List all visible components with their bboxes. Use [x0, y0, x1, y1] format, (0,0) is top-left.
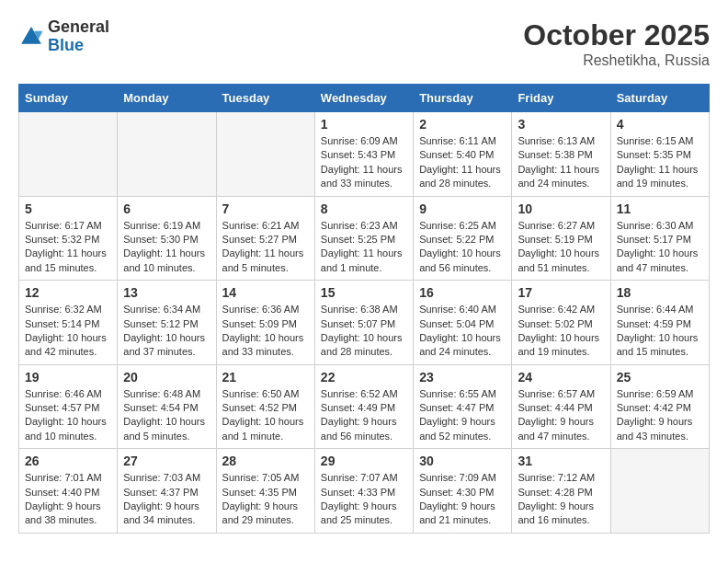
calendar-cell: 5Sunrise: 6:17 AM Sunset: 5:32 PM Daylig…: [19, 196, 118, 281]
calendar-cell: 11Sunrise: 6:30 AM Sunset: 5:17 PM Dayli…: [610, 196, 709, 281]
day-info: Sunrise: 6:25 AM Sunset: 5:22 PM Dayligh…: [419, 219, 506, 276]
day-info: Sunrise: 7:09 AM Sunset: 4:30 PM Dayligh…: [419, 471, 506, 528]
calendar-cell: 24Sunrise: 6:57 AM Sunset: 4:44 PM Dayli…: [512, 364, 610, 449]
day-info: Sunrise: 6:09 AM Sunset: 5:43 PM Dayligh…: [321, 134, 407, 191]
day-number: 2: [419, 117, 506, 132]
day-number: 28: [222, 454, 309, 468]
calendar-cell: [19, 112, 118, 197]
day-info: Sunrise: 6:27 AM Sunset: 5:19 PM Dayligh…: [518, 219, 604, 276]
day-number: 12: [25, 285, 111, 300]
logo-icon: [18, 24, 44, 50]
calendar-week-5: 26Sunrise: 7:01 AM Sunset: 4:40 PM Dayli…: [19, 449, 710, 534]
calendar-cell: 23Sunrise: 6:55 AM Sunset: 4:47 PM Dayli…: [414, 364, 512, 449]
day-number: 7: [222, 201, 309, 216]
calendar-cell: 14Sunrise: 6:36 AM Sunset: 5:09 PM Dayli…: [216, 281, 314, 365]
day-number: 29: [321, 454, 407, 468]
day-number: 26: [25, 454, 111, 468]
calendar-cell: 19Sunrise: 6:46 AM Sunset: 4:57 PM Dayli…: [19, 364, 118, 449]
calendar-week-4: 19Sunrise: 6:46 AM Sunset: 4:57 PM Dayli…: [19, 364, 710, 449]
calendar-header: Sunday Monday Tuesday Wednesday Thursday…: [19, 85, 710, 112]
day-info: Sunrise: 6:44 AM Sunset: 4:59 PM Dayligh…: [617, 303, 703, 360]
day-info: Sunrise: 6:36 AM Sunset: 5:09 PM Dayligh…: [222, 303, 309, 360]
calendar-cell: 30Sunrise: 7:09 AM Sunset: 4:30 PM Dayli…: [414, 449, 512, 534]
calendar-body: 1Sunrise: 6:09 AM Sunset: 5:43 PM Daylig…: [19, 112, 710, 534]
calendar-week-3: 12Sunrise: 6:32 AM Sunset: 5:14 PM Dayli…: [19, 281, 710, 365]
day-number: 19: [25, 370, 111, 385]
calendar-cell: 21Sunrise: 6:50 AM Sunset: 4:52 PM Dayli…: [216, 364, 314, 449]
calendar-cell: 28Sunrise: 7:05 AM Sunset: 4:35 PM Dayli…: [216, 449, 314, 534]
day-number: 14: [222, 285, 309, 300]
month-title: October 2025: [523, 18, 710, 52]
location: Reshetikha, Russia: [523, 52, 710, 69]
calendar-cell: 6Sunrise: 6:19 AM Sunset: 5:30 PM Daylig…: [118, 196, 216, 281]
day-number: 13: [123, 285, 210, 300]
col-thursday: Thursday: [414, 85, 512, 112]
calendar-cell: 20Sunrise: 6:48 AM Sunset: 4:54 PM Dayli…: [118, 364, 216, 449]
calendar-cell: 31Sunrise: 7:12 AM Sunset: 4:28 PM Dayli…: [512, 449, 610, 534]
calendar-cell: 12Sunrise: 6:32 AM Sunset: 5:14 PM Dayli…: [19, 281, 118, 365]
day-info: Sunrise: 6:32 AM Sunset: 5:14 PM Dayligh…: [25, 303, 111, 360]
day-number: 22: [321, 370, 407, 385]
day-info: Sunrise: 6:34 AM Sunset: 5:12 PM Dayligh…: [123, 303, 210, 360]
day-info: Sunrise: 6:15 AM Sunset: 5:35 PM Dayligh…: [617, 134, 703, 191]
col-tuesday: Tuesday: [216, 85, 314, 112]
calendar-cell: 16Sunrise: 6:40 AM Sunset: 5:04 PM Dayli…: [414, 281, 512, 365]
day-info: Sunrise: 7:05 AM Sunset: 4:35 PM Dayligh…: [222, 471, 309, 528]
day-number: 1: [321, 117, 407, 132]
day-number: 21: [222, 370, 309, 385]
day-number: 11: [617, 201, 703, 216]
calendar-week-1: 1Sunrise: 6:09 AM Sunset: 5:43 PM Daylig…: [19, 112, 710, 197]
day-info: Sunrise: 6:19 AM Sunset: 5:30 PM Dayligh…: [123, 219, 210, 276]
day-info: Sunrise: 6:52 AM Sunset: 4:49 PM Dayligh…: [321, 387, 407, 444]
day-info: Sunrise: 7:07 AM Sunset: 4:33 PM Dayligh…: [321, 471, 407, 528]
day-info: Sunrise: 6:21 AM Sunset: 5:27 PM Dayligh…: [222, 219, 309, 276]
calendar-cell: 3Sunrise: 6:13 AM Sunset: 5:38 PM Daylig…: [512, 112, 610, 197]
logo-text: General Blue: [48, 18, 109, 55]
calendar-cell: 15Sunrise: 6:38 AM Sunset: 5:07 PM Dayli…: [314, 281, 413, 365]
calendar-cell: 18Sunrise: 6:44 AM Sunset: 4:59 PM Dayli…: [610, 281, 709, 365]
calendar-cell: 13Sunrise: 6:34 AM Sunset: 5:12 PM Dayli…: [118, 281, 216, 365]
calendar-cell: 26Sunrise: 7:01 AM Sunset: 4:40 PM Dayli…: [19, 449, 118, 534]
calendar-cell: 22Sunrise: 6:52 AM Sunset: 4:49 PM Dayli…: [314, 364, 413, 449]
day-number: 30: [419, 454, 506, 468]
calendar-cell: 7Sunrise: 6:21 AM Sunset: 5:27 PM Daylig…: [216, 196, 314, 281]
day-info: Sunrise: 6:42 AM Sunset: 5:02 PM Dayligh…: [518, 303, 604, 360]
day-info: Sunrise: 7:01 AM Sunset: 4:40 PM Dayligh…: [25, 471, 111, 528]
day-info: Sunrise: 6:17 AM Sunset: 5:32 PM Dayligh…: [25, 219, 111, 276]
day-info: Sunrise: 6:23 AM Sunset: 5:25 PM Dayligh…: [321, 219, 407, 276]
calendar-cell: 2Sunrise: 6:11 AM Sunset: 5:40 PM Daylig…: [414, 112, 512, 197]
day-number: 23: [419, 370, 506, 385]
day-number: 17: [518, 285, 604, 300]
col-friday: Friday: [512, 85, 610, 112]
calendar-cell: 10Sunrise: 6:27 AM Sunset: 5:19 PM Dayli…: [512, 196, 610, 281]
logo: General Blue: [18, 18, 109, 55]
day-info: Sunrise: 6:59 AM Sunset: 4:42 PM Dayligh…: [617, 387, 703, 444]
day-info: Sunrise: 6:50 AM Sunset: 4:52 PM Dayligh…: [222, 387, 309, 444]
calendar-table: Sunday Monday Tuesday Wednesday Thursday…: [18, 84, 710, 534]
calendar-cell: 4Sunrise: 6:15 AM Sunset: 5:35 PM Daylig…: [610, 112, 709, 197]
calendar-week-2: 5Sunrise: 6:17 AM Sunset: 5:32 PM Daylig…: [19, 196, 710, 281]
calendar-cell: 9Sunrise: 6:25 AM Sunset: 5:22 PM Daylig…: [414, 196, 512, 281]
calendar-cell: 17Sunrise: 6:42 AM Sunset: 5:02 PM Dayli…: [512, 281, 610, 365]
day-info: Sunrise: 7:12 AM Sunset: 4:28 PM Dayligh…: [518, 471, 604, 528]
col-monday: Monday: [118, 85, 216, 112]
header-row: Sunday Monday Tuesday Wednesday Thursday…: [19, 85, 710, 112]
calendar-cell: 29Sunrise: 7:07 AM Sunset: 4:33 PM Dayli…: [314, 449, 413, 534]
title-block: October 2025 Reshetikha, Russia: [523, 18, 710, 69]
day-number: 15: [321, 285, 407, 300]
day-number: 24: [518, 370, 604, 385]
day-number: 31: [518, 454, 604, 468]
calendar-cell: [118, 112, 216, 197]
calendar-cell: 1Sunrise: 6:09 AM Sunset: 5:43 PM Daylig…: [314, 112, 413, 197]
day-info: Sunrise: 6:11 AM Sunset: 5:40 PM Dayligh…: [419, 134, 506, 191]
logo-general: General: [48, 18, 109, 37]
col-sunday: Sunday: [19, 85, 118, 112]
col-wednesday: Wednesday: [314, 85, 413, 112]
logo-blue: Blue: [48, 37, 109, 55]
day-number: 10: [518, 201, 604, 216]
day-info: Sunrise: 6:55 AM Sunset: 4:47 PM Dayligh…: [419, 387, 506, 444]
day-number: 5: [25, 201, 111, 216]
calendar-cell: 25Sunrise: 6:59 AM Sunset: 4:42 PM Dayli…: [610, 364, 709, 449]
calendar-cell: [216, 112, 314, 197]
page-header: General Blue October 2025 Reshetikha, Ru…: [18, 18, 710, 69]
